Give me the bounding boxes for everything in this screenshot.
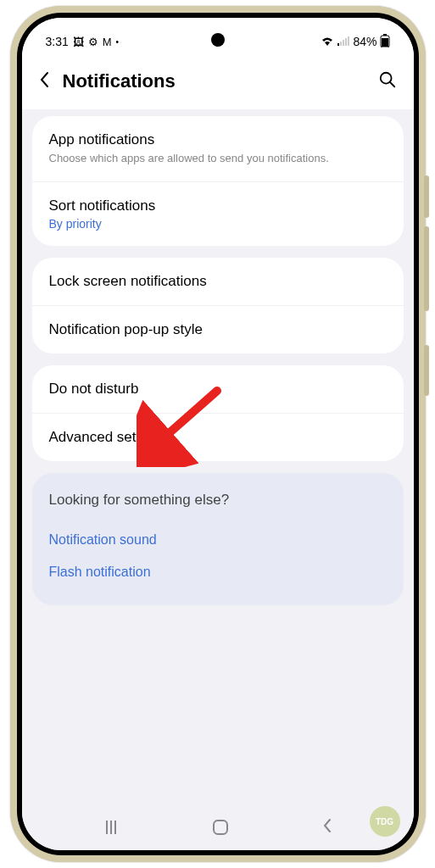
section: App notifications Choose which apps are … <box>32 116 404 246</box>
flash-notification-link[interactable]: Flash notification <box>49 556 387 588</box>
svg-rect-2 <box>343 40 344 46</box>
sort-notifications-item[interactable]: Sort notifications By priority <box>32 182 404 246</box>
item-title: Lock screen notifications <box>49 273 387 290</box>
item-title: Advanced settings <box>49 429 387 446</box>
header: Notifications <box>22 55 414 109</box>
item-subtitle: Choose which apps are allowed to send yo… <box>49 151 387 166</box>
section: Lock screen notifications Notification p… <box>32 258 404 353</box>
svg-rect-1 <box>340 42 342 46</box>
svg-line-9 <box>389 82 394 87</box>
svg-rect-7 <box>382 38 388 47</box>
clock: 3:31 <box>46 35 69 48</box>
help-section: Looking for something else? Notification… <box>32 473 404 605</box>
image-icon: 🖼 <box>73 36 84 48</box>
svg-rect-4 <box>348 36 349 46</box>
svg-rect-3 <box>345 38 347 46</box>
battery-text: 84% <box>353 35 376 48</box>
item-title: Notification pop-up style <box>49 321 387 338</box>
signal-icon <box>337 35 350 48</box>
power-button <box>424 345 429 396</box>
advanced-settings-item[interactable]: Advanced settings <box>32 414 404 461</box>
home-button[interactable] <box>213 820 228 835</box>
front-camera <box>211 33 225 47</box>
nav-back-button[interactable] <box>322 818 332 837</box>
search-icon[interactable] <box>378 70 397 92</box>
recent-apps-button[interactable] <box>103 821 120 834</box>
nav-bar <box>22 810 414 850</box>
back-icon[interactable] <box>39 71 49 92</box>
item-sublink: By priority <box>49 217 387 231</box>
svg-rect-0 <box>337 43 339 46</box>
volume-down-button <box>424 226 429 311</box>
item-title: Sort notifications <box>49 198 387 214</box>
notification-sound-link[interactable]: Notification sound <box>49 524 387 556</box>
section: Do not disturb Advanced settings <box>32 365 404 461</box>
mail-icon: M <box>103 36 112 48</box>
wifi-icon <box>321 35 334 48</box>
item-title: Do not disturb <box>49 381 387 398</box>
phone-frame: 3:31 🖼 ⚙ M • 84% <box>10 6 426 862</box>
watermark-badge: TDG <box>370 806 400 837</box>
page-title: Notifications <box>63 70 365 92</box>
more-icon: • <box>116 37 120 47</box>
gear-icon: ⚙ <box>88 36 98 48</box>
app-notifications-item[interactable]: App notifications Choose which apps are … <box>32 116 404 182</box>
battery-icon <box>380 34 390 50</box>
notification-popup-style-item[interactable]: Notification pop-up style <box>32 306 404 353</box>
content: App notifications Choose which apps are … <box>22 109 414 810</box>
volume-up-button <box>424 175 429 218</box>
do-not-disturb-item[interactable]: Do not disturb <box>32 365 404 414</box>
lock-screen-notifications-item[interactable]: Lock screen notifications <box>32 258 404 306</box>
help-title: Looking for something else? <box>49 492 387 509</box>
item-title: App notifications <box>49 131 387 148</box>
